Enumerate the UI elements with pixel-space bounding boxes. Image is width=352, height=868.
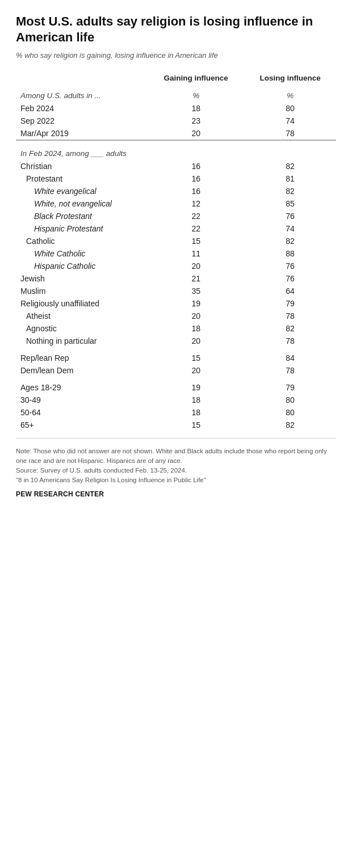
table-row: Jewish 21 76: [16, 272, 336, 285]
table-row: White evangelical 16 82: [16, 185, 336, 197]
table-row: Rep/lean Rep 15 84: [16, 352, 336, 364]
col-header-losing: Losing influence: [244, 71, 336, 88]
divider: [16, 140, 336, 146]
table-row: Hispanic Catholic 20 76: [16, 260, 336, 272]
table-row: Nothing in particular 20 78: [16, 335, 336, 347]
table-row: Dem/lean Dem 20 78: [16, 364, 336, 377]
section1-pct-losing: %: [244, 88, 336, 102]
table-row: Hispanic Protestant 22 74: [16, 222, 336, 235]
table-row: Mar/Apr 2019 20 78: [16, 127, 336, 140]
section1-header-row: Among U.S. adults in ... % %: [16, 88, 336, 102]
section2-label: In Feb 2024, among ___ adults: [16, 146, 336, 160]
bottom-divider: [16, 438, 336, 439]
page-title: Most U.S. adults say religion is losing …: [16, 14, 336, 45]
table-row: Agnostic 18 82: [16, 322, 336, 335]
section1-label: Among U.S. adults in ...: [16, 88, 148, 102]
table-row: White, not evangelical 12 85: [16, 197, 336, 210]
section2-header-row: In Feb 2024, among ___ adults: [16, 146, 336, 160]
table-row: Religiously unaffiliated 19 79: [16, 297, 336, 310]
table-row: Sep 2022 23 74: [16, 115, 336, 127]
col-header-label: [16, 71, 148, 88]
table-row: Atheist 20 78: [16, 310, 336, 322]
table-row: White Catholic 11 88: [16, 247, 336, 260]
table-row: Catholic 15 82: [16, 235, 336, 247]
table-row: Protestant 16 81: [16, 172, 336, 185]
col-header-gaining: Gaining influence: [148, 71, 244, 88]
table-row: 65+ 15 82: [16, 419, 336, 431]
org-label: PEW RESEARCH CENTER: [16, 490, 336, 498]
table-row: 50-64 18 80: [16, 406, 336, 419]
spacer: [16, 347, 336, 352]
table-row: Black Protestant 22 76: [16, 210, 336, 222]
note-text: Note: Those who did not answer are not s…: [16, 446, 336, 486]
table-row: Muslim 35 64: [16, 285, 336, 297]
table-row: 30-49 18 80: [16, 394, 336, 406]
main-table: Gaining influence Losing influence Among…: [16, 71, 336, 431]
subtitle: % who say religion is gaining, losing in…: [16, 50, 336, 61]
table-row: Christian 16 82: [16, 160, 336, 172]
section1-pct-gaining: %: [148, 88, 244, 102]
spacer: [16, 377, 336, 381]
table-row: Ages 18-29 19 79: [16, 381, 336, 394]
table-row: Feb 2024 18 80: [16, 102, 336, 115]
